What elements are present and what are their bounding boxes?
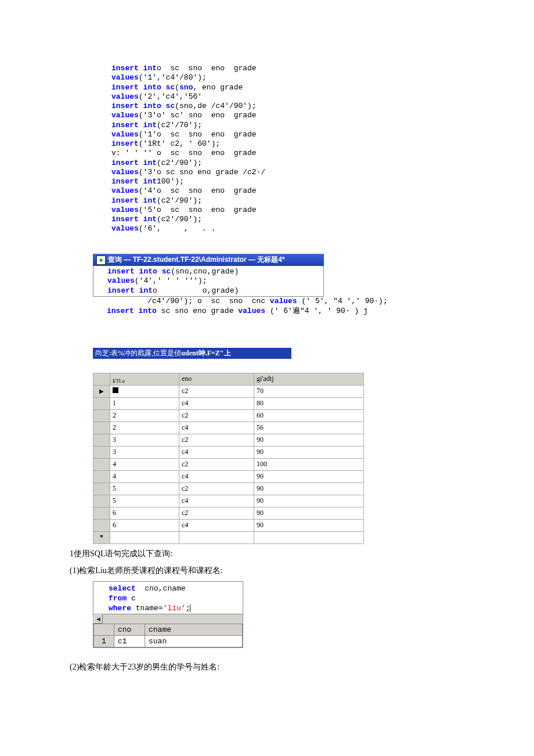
strip-prefix: 尚芝:表%冲的戳露,位置是侦 — [95, 349, 181, 357]
table-cell — [93, 434, 110, 446]
overflow-code-line: /c4'/90'); o sc sno cnc values (' 5', "4… — [93, 297, 476, 316]
table-cell — [110, 385, 179, 397]
titlebar-text: 查询 — TF-22.student.TF-22\Administrator —… — [108, 255, 285, 265]
table-cell: 1 — [110, 397, 179, 409]
table-cell: 90 — [254, 434, 364, 446]
kw: where — [109, 604, 131, 613]
sql-keyword: values — [111, 73, 139, 82]
sql-keyword: insert — [111, 139, 139, 148]
sql-text: (sno,de /c4'/90'); — [175, 102, 256, 110]
result-col-cno: cno — [114, 624, 145, 636]
table-cell: c4 — [179, 446, 254, 458]
table-row: 3c490 — [93, 446, 364, 458]
result-rownum: 1 — [94, 636, 114, 647]
table-header — [93, 373, 110, 385]
sql-text: 100'); — [157, 177, 184, 186]
table-cell — [93, 507, 110, 519]
table-cell: c2 — [179, 483, 254, 495]
txt: (sno,cno,grade) — [171, 267, 239, 276]
kw: from — [109, 594, 127, 603]
query-window-titlebar: ■ 查询 — TF-22.student.TF-22\Administrator… — [93, 254, 324, 266]
table-cell — [93, 519, 110, 531]
txt: (' 5', "4 ',' 90·); — [297, 297, 388, 305]
sql-keyword: insert int — [111, 159, 157, 167]
sql-text: (c2'/90'); — [157, 196, 202, 205]
table-cell: 90 — [254, 483, 364, 495]
sql-keyword: values — [111, 224, 139, 233]
table-cell — [93, 483, 110, 495]
sql-keyword: insert int — [111, 121, 157, 129]
txt: tname= — [131, 604, 163, 613]
table-cell — [93, 495, 110, 507]
result-cname: suan — [145, 636, 243, 647]
txt: sc sno eno grade — [157, 307, 238, 315]
table-header: gi'adtj — [254, 373, 364, 385]
sql-keyword: insert int — [111, 64, 157, 73]
table-cell: c2 — [179, 385, 254, 397]
table-cell: c2 — [179, 458, 254, 470]
sql-text: ('6', , . . — [139, 224, 216, 233]
table-row: 2c456 — [93, 422, 364, 434]
sql-keyword: insert into sc — [111, 102, 175, 110]
table-cell — [93, 422, 110, 434]
result-corner — [94, 624, 114, 636]
window-icon: ■ — [96, 255, 106, 265]
query-window-body: insert into sc(sno,cno,grade) values('4'… — [93, 266, 324, 297]
focus-square-icon — [113, 387, 118, 393]
table-cell — [93, 409, 110, 422]
sql-keyword: insert into sc — [111, 83, 175, 92]
table-cell: 60 — [254, 409, 364, 422]
scrollbar[interactable]: ◀ — [93, 614, 243, 624]
body-text-3: (2)检索年龄大于23岁的男生的学号与姓名: — [70, 660, 476, 674]
table-cell: c4 — [179, 470, 254, 483]
table-cell: 4 — [110, 458, 179, 470]
sql-text: ('5'o sc sno eno grade — [139, 206, 257, 214]
table-cell: 100 — [254, 458, 364, 470]
scroll-left-icon[interactable]: ◀ — [93, 614, 103, 624]
table-cell: c4 — [179, 422, 254, 434]
txt: /c4'/90'); o sc sno cnc — [107, 297, 270, 305]
txt: ; — [186, 604, 190, 613]
table-cell — [93, 385, 110, 397]
sql-text: ('1'o sc sno eno grade — [139, 130, 257, 139]
table-cell: c4 — [179, 397, 254, 409]
table-row: 6c290 — [93, 507, 364, 519]
sql-keyword: values — [111, 168, 139, 177]
sql-text: ('3'o' sc' sno eno grade — [139, 111, 257, 120]
kw: select — [109, 584, 136, 593]
kw: insert into — [107, 267, 162, 276]
sql-keyword: insert int — [111, 177, 157, 186]
table-cell — [93, 397, 110, 409]
txt: (' 6'遍"4 ', ' 90· ) j — [265, 307, 368, 315]
sql-query-box: select cno,cname from c where tname='liu… — [93, 581, 243, 648]
sql-text: v: ' ' '' o sc sno eno grade — [111, 149, 257, 157]
table-cell: 5 — [110, 495, 179, 507]
table-cell — [93, 470, 110, 483]
table-row: 5c490 — [93, 495, 364, 507]
table-header: ETLu — [110, 373, 179, 385]
table-row: 4c490 — [93, 470, 364, 483]
table-cell — [93, 446, 110, 458]
table-cell: 80 — [254, 397, 364, 409]
table-cell: 90 — [254, 519, 364, 531]
result-row: 1 c1 suan — [94, 636, 243, 647]
sql-text: (c2'/90'); — [157, 215, 202, 224]
kw: insert into — [107, 307, 157, 315]
table-cell: c4 — [179, 495, 254, 507]
table-cell: 4 — [110, 470, 179, 483]
sql-code-block-1: insert into sc sno eno gradevalues('1','… — [93, 64, 476, 234]
table-cell: c2 — [179, 409, 254, 422]
new-row-icon — [100, 533, 103, 541]
sql-keyword: values — [111, 92, 139, 101]
table-cell: 90 — [254, 507, 364, 519]
text-cursor-icon — [190, 604, 190, 612]
sql-text: ('2','c4','56' — [139, 92, 202, 101]
table-cell: 3 — [110, 434, 179, 446]
txt: ('4',' ' ' '''); — [135, 276, 207, 285]
sql-keyword: insert int — [111, 196, 157, 205]
query-result-grid: cno cname 1 c1 suan — [93, 624, 243, 647]
txt: cno,cname — [136, 584, 186, 593]
table-row: 5c290 — [93, 483, 364, 495]
table-cell: 5 — [110, 483, 179, 495]
table-cell: c2 — [179, 507, 254, 519]
